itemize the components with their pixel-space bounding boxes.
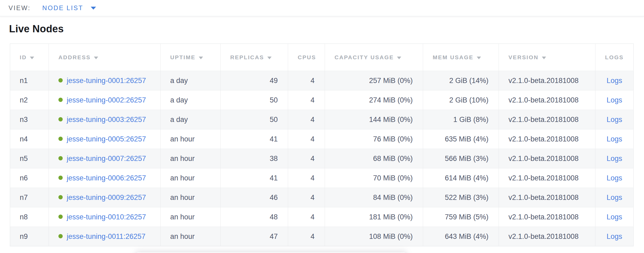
column-label: REPLICAS (230, 54, 264, 60)
node-address-cell: jesse-tuning-0003:26257 (49, 110, 161, 129)
table-row: n9 jesse-tuning-0011:26257 an hour 47 4 … (10, 227, 634, 246)
node-address-cell: jesse-tuning-0010:26257 (49, 207, 161, 227)
uptime-cell: an hour (161, 129, 221, 149)
capacity-usage-cell: 68 MiB (0%) (325, 149, 423, 168)
column-label: CPUS (298, 54, 316, 60)
mem-usage-cell: 1 GiB (8%) (423, 110, 499, 129)
node-id-cell: n2 (10, 90, 49, 110)
column-label: MEM USAGE (433, 54, 474, 60)
cpus-cell: 4 (288, 149, 325, 168)
mem-usage-cell: 2 GiB (14%) (423, 71, 499, 90)
replicas-cell: 48 (221, 207, 288, 227)
node-id-cell: n7 (10, 188, 49, 207)
mem-usage-cell: 643 MiB (4%) (423, 227, 499, 246)
node-address-link[interactable]: jesse-tuning-0001:26257 (67, 77, 146, 85)
logs-cell: Logs (595, 149, 634, 168)
logs-link[interactable]: Logs (607, 135, 622, 143)
node-address-cell: jesse-tuning-0001:26257 (49, 71, 161, 90)
table-row: n2 jesse-tuning-0002:26257 a day 50 4 27… (10, 90, 634, 110)
node-address-link[interactable]: jesse-tuning-0006:26257 (67, 174, 146, 182)
table-header-row: ID ADDRESS UPTIME REPLICAS CPUS CAPACITY… (10, 44, 634, 71)
node-address-link[interactable]: jesse-tuning-0011:26257 (67, 232, 145, 240)
capacity-usage-cell: 144 MiB (0%) (325, 110, 423, 129)
replicas-cell: 46 (221, 188, 288, 207)
column-header-mem-usage[interactable]: MEM USAGE (423, 44, 499, 71)
sort-desc-icon (267, 57, 272, 59)
table-row: n1 jesse-tuning-0001:26257 a day 49 4 25… (10, 71, 634, 90)
node-address-link[interactable]: jesse-tuning-0009:26257 (67, 193, 146, 201)
column-header-id[interactable]: ID (10, 44, 49, 71)
node-address-link[interactable]: jesse-tuning-0005:26257 (67, 135, 146, 143)
column-header-replicas[interactable]: REPLICAS (221, 44, 288, 71)
logs-cell: Logs (595, 90, 634, 110)
view-selected-value: NODE LIST (42, 4, 84, 12)
node-address-cell: jesse-tuning-0006:26257 (49, 168, 161, 188)
column-label: VERSION (508, 54, 539, 60)
uptime-cell: an hour (161, 227, 221, 246)
logs-cell: Logs (595, 188, 634, 207)
node-id-cell: n8 (10, 207, 49, 227)
sort-desc-icon (94, 57, 98, 59)
node-health-icon (58, 137, 63, 141)
node-address-link[interactable]: jesse-tuning-0002:26257 (67, 96, 146, 104)
uptime-cell: an hour (161, 207, 221, 227)
column-label: CAPACITY USAGE (335, 54, 394, 60)
view-selector-dropdown[interactable]: NODE LIST (42, 4, 96, 12)
cpus-cell: 4 (288, 110, 325, 129)
table-row: n8 jesse-tuning-0010:26257 an hour 48 4 … (10, 207, 634, 227)
table-row: n5 jesse-tuning-0007:26257 an hour 38 4 … (10, 149, 634, 168)
cpus-cell: 4 (288, 168, 325, 188)
mem-usage-cell: 759 MiB (5%) (423, 207, 499, 227)
table-row: n4 jesse-tuning-0005:26257 an hour 41 4 … (10, 129, 634, 149)
node-health-icon (58, 176, 63, 180)
node-health-icon (58, 195, 63, 199)
mem-usage-cell: 522 MiB (3%) (423, 188, 499, 207)
version-cell: v2.1.0-beta.20181008 (499, 168, 595, 188)
chevron-down-icon (91, 7, 96, 10)
logs-link[interactable]: Logs (607, 193, 622, 201)
node-address-link[interactable]: jesse-tuning-0003:26257 (67, 116, 146, 124)
logs-link[interactable]: Logs (607, 96, 622, 104)
column-header-uptime[interactable]: UPTIME (161, 44, 221, 71)
capacity-usage-cell: 181 MiB (0%) (325, 207, 423, 227)
uptime-cell: an hour (161, 149, 221, 168)
column-label: ID (20, 54, 27, 60)
node-id-cell: n6 (10, 168, 49, 188)
node-address-link[interactable]: jesse-tuning-0007:26257 (67, 155, 146, 163)
logs-link[interactable]: Logs (607, 77, 622, 85)
node-health-icon (58, 156, 63, 160)
logs-cell: Logs (595, 207, 634, 227)
column-header-cpus: CPUS (288, 44, 325, 71)
cpus-cell: 4 (288, 188, 325, 207)
uptime-cell: a day (161, 90, 221, 110)
version-cell: v2.1.0-beta.20181008 (499, 71, 595, 90)
uptime-cell: a day (161, 71, 221, 90)
replicas-cell: 50 (221, 90, 288, 110)
logs-link[interactable]: Logs (607, 213, 622, 221)
column-header-version[interactable]: VERSION (499, 44, 595, 71)
logs-link[interactable]: Logs (607, 232, 622, 240)
column-header-logs: LOGS (595, 44, 634, 71)
view-bar: VIEW: NODE LIST (0, 0, 644, 16)
node-id-cell: n1 (10, 71, 49, 90)
logs-link[interactable]: Logs (607, 116, 622, 124)
column-header-address[interactable]: ADDRESS (49, 44, 161, 71)
cpus-cell: 4 (288, 227, 325, 246)
table-row: n7 jesse-tuning-0009:26257 an hour 46 4 … (10, 188, 634, 207)
mem-usage-cell: 2 GiB (10%) (423, 90, 499, 110)
cpus-cell: 4 (288, 129, 325, 149)
view-label: VIEW: (9, 4, 31, 12)
column-header-capacity-usage[interactable]: CAPACITY USAGE (325, 44, 423, 71)
version-cell: v2.1.0-beta.20181008 (499, 149, 595, 168)
logs-link[interactable]: Logs (607, 155, 622, 163)
node-address-cell: jesse-tuning-0005:26257 (49, 129, 161, 149)
version-cell: v2.1.0-beta.20181008 (499, 110, 595, 129)
version-cell: v2.1.0-beta.20181008 (499, 207, 595, 227)
logs-link[interactable]: Logs (607, 174, 622, 182)
node-id-cell: n5 (10, 149, 49, 168)
column-label: ADDRESS (58, 54, 91, 60)
sort-desc-icon (542, 57, 546, 59)
node-address-link[interactable]: jesse-tuning-0010:26257 (67, 213, 146, 221)
replicas-cell: 38 (221, 149, 288, 168)
mem-usage-cell: 635 MiB (4%) (423, 129, 499, 149)
